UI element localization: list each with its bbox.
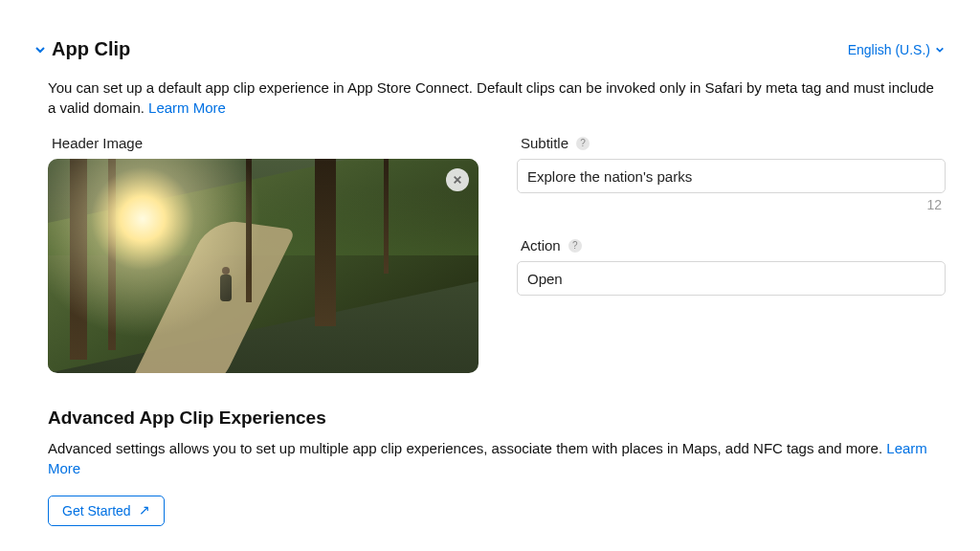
action-select[interactable] <box>517 261 946 296</box>
section-title-row: App Clip <box>34 38 130 60</box>
action-label: Action <box>521 237 561 253</box>
chevron-down-icon <box>934 44 946 55</box>
advanced-desc-text: Advanced settings allows you to set up m… <box>48 440 886 456</box>
remove-image-icon[interactable] <box>446 168 469 191</box>
subtitle-label: Subtitle <box>521 135 568 151</box>
help-icon[interactable]: ? <box>576 137 590 150</box>
header-image-preview[interactable] <box>48 159 479 373</box>
external-link-icon: ↗ <box>139 502 150 518</box>
subtitle-input[interactable] <box>517 159 946 193</box>
header-image-label: Header Image <box>52 135 479 151</box>
advanced-title: Advanced App Clip Experiences <box>48 408 946 429</box>
locale-selector[interactable]: English (U.S.) <box>848 42 946 57</box>
advanced-description: Advanced settings allows you to set up m… <box>48 438 946 478</box>
page-title: App Clip <box>52 38 130 60</box>
learn-more-link[interactable]: Learm More <box>148 99 226 116</box>
help-icon[interactable]: ? <box>568 239 582 253</box>
subtitle-char-count: 12 <box>517 197 942 212</box>
locale-label: English (U.S.) <box>848 42 930 57</box>
get-started-button[interactable]: Get Started ↗ <box>48 496 165 526</box>
get-started-label: Get Started <box>62 503 131 518</box>
chevron-down-icon[interactable] <box>34 44 46 55</box>
intro-description: You can set up a default app clip experi… <box>48 77 946 118</box>
